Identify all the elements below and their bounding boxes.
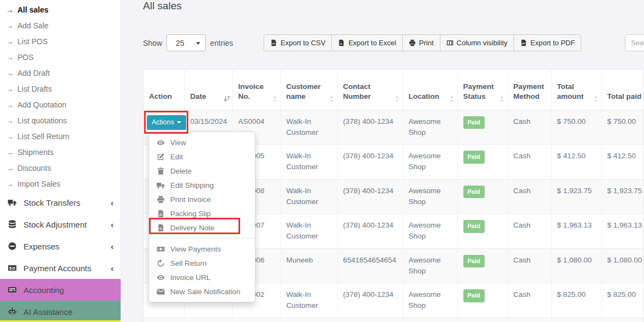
column-header-invoice-no[interactable]: Invoice No. (232, 69, 281, 110)
button-label: Column visibility (457, 39, 508, 47)
menu-item-edit-shipping[interactable]: Edit Shipping (149, 178, 255, 192)
sidebar-item-ai-assistance[interactable]: AI Assistance (0, 301, 121, 322)
search-input[interactable] (625, 34, 644, 51)
sidebar-item-expenses[interactable]: Expenses‹ (0, 235, 121, 257)
print-button[interactable]: Print (402, 34, 440, 51)
menu-item-packing-slip[interactable]: Packing Slip (149, 206, 255, 220)
chevron-left-icon: ‹ (111, 199, 114, 207)
column-header-total-amount[interactable]: Total amount (551, 69, 601, 110)
column-header-payment-status[interactable]: Payment Status (457, 69, 508, 110)
printer-icon (409, 39, 416, 46)
location-cell: Awesome Shop (403, 248, 457, 283)
sidebar-item-label: Accounting (23, 285, 64, 295)
sidebar-link-import-sales[interactable]: →Import Sales (0, 176, 121, 192)
arrow-right-icon: → (6, 69, 14, 77)
export-to-csv-button[interactable]: csvExport to CSV (264, 34, 332, 51)
sidebar-link-label: Discounts (17, 164, 51, 172)
total-paid-cell: $ 1,080.00 (601, 248, 644, 283)
sidebar-link-add-quotation[interactable]: →Add Quotation (0, 97, 121, 112)
customer-cell: Walk-In Customer (281, 214, 337, 249)
column-label: Total amount (557, 82, 584, 100)
customer-cell: Walk-In Customer (281, 145, 337, 180)
menu-item-label: New Sale Notification (170, 288, 240, 296)
contact-cell: (378) 400-1234 (337, 318, 403, 322)
sort-desc-icon (223, 95, 230, 103)
column-header-customer-name[interactable]: Customer name (281, 69, 337, 110)
sidebar-item-payment-accounts[interactable]: $Payment Accounts‹ (0, 257, 121, 279)
location-cell: Awesome Shop (403, 318, 457, 322)
total-amount-cell: $ 1,923.75 (551, 179, 601, 214)
chevron-left-icon: ‹ (111, 220, 114, 229)
menu-item-new-sale-notification[interactable]: New Sale Notification (149, 284, 255, 299)
actions-button[interactable]: Actions (147, 115, 186, 130)
actions-dropdown-menu: ViewEditDeleteEdit ShippingPrint Invoice… (148, 132, 255, 302)
export-to-excel-button[interactable]: xExport to Excel (331, 34, 402, 51)
total-amount-cell: $ 7,700.00 (551, 318, 601, 322)
export-to-pdf-button[interactable]: pdfExport to PDF (514, 34, 582, 51)
chevron-left-icon: ‹ (111, 242, 114, 251)
column-label: Action (149, 92, 172, 100)
sort-icon (448, 95, 455, 103)
arrow-right-icon: → (6, 5, 14, 14)
sidebar-link-list-pos[interactable]: →List POS (0, 33, 121, 49)
sidebar-item-label: AI Assistance (23, 307, 73, 317)
minus-circle-icon (7, 242, 17, 251)
sidebar-link-list-drafts[interactable]: →List Drafts (0, 81, 121, 97)
menu-item-view-payments[interactable]: View Payments (149, 242, 255, 256)
menu-item-print-invoice[interactable]: Print Invoice (149, 192, 255, 206)
column-header-contact-number[interactable]: Contact Number (337, 69, 403, 110)
sidebar-item-stock-adjustment[interactable]: Stock Adjustment‹ (0, 213, 121, 235)
printer-icon (157, 195, 165, 204)
payment-method-cell: Cash (508, 318, 551, 322)
sidebar-link-pos[interactable]: →POS (0, 49, 121, 65)
contact-cell: (378) 400-1234 (337, 110, 403, 145)
sidebar-link-add-draft[interactable]: →Add Draft (0, 65, 121, 81)
total-amount-cell: $ 750.00 (551, 110, 601, 145)
sidebar-link-add-sale[interactable]: →Add Sale (0, 17, 121, 33)
sidebar-link-label: Shipments (17, 148, 53, 157)
date-cell: 03/13/2024 15:00 (184, 318, 232, 322)
column-label: Contact Number (343, 82, 371, 100)
caret-down-icon (177, 121, 181, 126)
menu-item-invoice-url[interactable]: Invoice URL (149, 270, 255, 284)
menu-item-delivery-note[interactable]: Delivery Note (149, 220, 255, 235)
table-row: Actions03/13/2024 15:00AS0003Harry(378) … (144, 318, 644, 322)
menu-item-label: Edit Shipping (170, 181, 214, 189)
column-label: Date (190, 92, 206, 100)
customer-cell: Walk-In Customer (281, 283, 337, 318)
column-header-location[interactable]: Location (403, 69, 457, 110)
invoice-cell: AS0003 (232, 318, 281, 322)
column-label: Customer name (287, 82, 321, 100)
sidebar-link-list-sell-return[interactable]: →List Sell Return (0, 128, 121, 144)
menu-item-label: Packing Slip (170, 210, 211, 218)
menu-item-edit[interactable]: Edit (149, 150, 255, 164)
menu-item-delete[interactable]: Delete (149, 164, 255, 178)
column-visibility-button[interactable]: Column visibility (440, 34, 514, 51)
sidebar-link-list-quotations[interactable]: →List quotations (0, 112, 121, 128)
button-label: Export to Excel (348, 39, 396, 47)
total-paid-cell: $ 412.50 (601, 145, 644, 180)
sidebar-link-shipments[interactable]: →Shipments (0, 144, 121, 160)
column-header-date[interactable]: Date (184, 69, 232, 110)
sidebar-link-all-sales[interactable]: →All sales (0, 2, 121, 17)
arrow-right-icon: → (6, 85, 14, 93)
sidebar-link-discounts[interactable]: →Discounts (0, 160, 121, 176)
column-header-action: Action (144, 69, 184, 110)
location-cell: Awesome Shop (403, 214, 457, 249)
sidebar-link-label: List Sell Return (17, 132, 69, 141)
menu-item-label: Print Invoice (170, 195, 211, 204)
page-size-select[interactable]: 25 (166, 34, 206, 51)
menu-item-sell-return[interactable]: Sell Return (149, 256, 255, 270)
column-label: Payment Status (463, 82, 494, 100)
sidebar-item-stock-transfers[interactable]: Stock Transfers‹ (0, 192, 121, 213)
sidebar-item-label: Stock Adjustment (23, 220, 87, 229)
sidebar-link-label: Add Draft (17, 69, 50, 77)
total-amount-cell: $ 1,080.00 (551, 248, 601, 283)
column-header-total-paid[interactable]: Total paid (601, 69, 644, 110)
sidebar-item-accounting[interactable]: Accounting (0, 279, 121, 301)
button-label: Print (419, 39, 434, 47)
menu-item-view[interactable]: View (149, 135, 255, 150)
menu-item-label: Delete (170, 167, 192, 175)
payment-status-cell: Paid (457, 318, 508, 322)
payment-method-cell: Cash (508, 145, 551, 180)
